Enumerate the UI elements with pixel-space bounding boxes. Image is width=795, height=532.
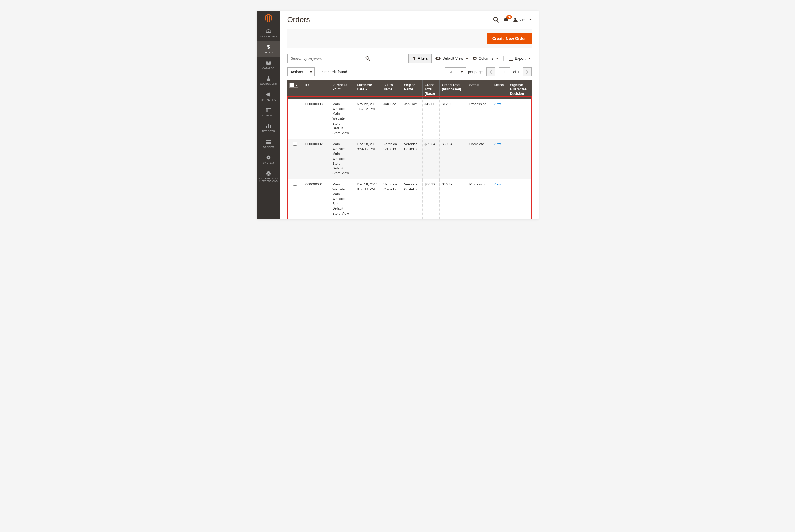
cell-grand-base: $39.64 — [423, 139, 440, 179]
view-link[interactable]: View — [493, 182, 501, 186]
gear-icon — [266, 155, 271, 160]
cell-purchase-point: Main Website Main Website Store Default … — [330, 139, 355, 179]
search-icon — [493, 17, 499, 23]
cell-signifyd — [508, 98, 532, 139]
col-ship-to[interactable]: Ship-to Name — [402, 80, 423, 98]
next-page-button[interactable] — [522, 68, 532, 76]
view-label: Default View — [442, 56, 463, 60]
sidebar-item-label: DASHBOARD — [260, 35, 277, 38]
export-control[interactable]: Export — [508, 56, 531, 60]
sidebar-item-marketing[interactable]: MARKETING — [257, 89, 280, 104]
store-icon — [266, 139, 271, 145]
page-size-select[interactable]: 20 — [445, 68, 466, 76]
view-bookmarks[interactable]: Default View — [434, 56, 469, 60]
export-icon — [509, 56, 513, 60]
sidebar-item-partners[interactable]: FIND PARTNERS & EXTENSIONS — [257, 168, 280, 186]
cell-status: Complete — [467, 139, 492, 179]
sidebar: DASHBOARD $ SALES CATALOG CUSTOMERS MARK… — [257, 11, 280, 219]
megaphone-icon — [266, 92, 271, 97]
col-action[interactable]: Action — [491, 80, 508, 98]
page-title: Orders — [287, 15, 493, 24]
col-bill-to[interactable]: Bill-to Name — [381, 80, 402, 98]
svg-rect-8 — [270, 125, 271, 128]
topbar: Orders 28 Admin — [280, 11, 538, 26]
grid-body: 000000003 Main Website Main Website Stor… — [287, 98, 532, 219]
col-select[interactable] — [287, 80, 303, 98]
table-row: 000000002 Main Website Main Website Stor… — [287, 139, 532, 179]
columns-control[interactable]: Columns — [472, 56, 499, 60]
caret-down-icon — [296, 85, 297, 86]
notifications[interactable]: 28 — [504, 17, 509, 22]
per-page-label: per page — [468, 70, 483, 74]
cell-purchase-point: Main Website Main Website Store Default … — [330, 179, 355, 219]
search-button[interactable] — [362, 56, 374, 61]
sidebar-item-catalog[interactable]: CATALOG — [257, 57, 280, 73]
sidebar-item-content[interactable]: CONTENT — [257, 104, 280, 120]
notif-badge: 28 — [506, 15, 512, 19]
sidebar-item-sales[interactable]: $ SALES — [257, 41, 280, 57]
page-input[interactable] — [499, 68, 510, 76]
sidebar-item-stores[interactable]: STORES — [257, 136, 280, 152]
funnel-icon — [412, 57, 416, 60]
cell-grand-base: $12.00 — [423, 98, 440, 139]
col-id[interactable]: ID — [303, 80, 330, 98]
cell-ship-to: Veronica Costello — [402, 139, 423, 179]
svg-point-9 — [494, 17, 497, 21]
row-checkbox[interactable] — [293, 142, 297, 146]
header-row: ID Purchase Point Purchase Date Bill-to … — [287, 80, 532, 98]
row-checkbox[interactable] — [293, 102, 297, 106]
create-order-button[interactable]: Create New Order — [487, 33, 532, 44]
sidebar-item-label: CATALOG — [262, 66, 275, 70]
cell-id: 000000001 — [303, 179, 330, 219]
page-size-value: 20 — [445, 70, 457, 74]
list-toolbar: Actions 3 records found 20 per page of 1 — [287, 68, 532, 76]
account-label: Admin — [519, 18, 529, 22]
cell-grand-purchased: $12.00 — [440, 98, 467, 139]
filters-label: Filters — [418, 56, 428, 60]
account-menu[interactable]: Admin — [513, 18, 532, 22]
cell-signifyd — [508, 179, 532, 219]
person-icon — [267, 76, 270, 81]
sidebar-item-reports[interactable]: REPORTS — [257, 120, 280, 136]
cell-bill-to: Jon Doe — [381, 98, 402, 139]
svg-text:$: $ — [267, 44, 270, 50]
sidebar-item-customers[interactable]: CUSTOMERS — [257, 73, 280, 89]
view-link[interactable]: View — [493, 142, 501, 146]
cell-status: Processing — [467, 98, 492, 139]
cell-grand-base: $36.39 — [423, 179, 440, 219]
actions-label: Actions — [288, 70, 306, 74]
sidebar-item-label: STORES — [263, 146, 274, 149]
sidebar-item-label: SALES — [264, 51, 273, 54]
prev-page-button[interactable] — [486, 68, 496, 76]
caret-down-icon — [529, 58, 531, 59]
dollar-icon: $ — [266, 44, 270, 50]
search-icon — [366, 56, 370, 61]
sidebar-item-system[interactable]: SYSTEM — [257, 152, 280, 167]
col-status[interactable]: Status — [467, 80, 492, 98]
cell-id: 000000002 — [303, 139, 330, 179]
mass-actions-select[interactable]: Actions — [287, 68, 315, 76]
sidebar-item-label: SYSTEM — [263, 161, 274, 164]
cell-ship-to: Jon Doe — [402, 98, 423, 139]
search-input[interactable] — [288, 56, 362, 60]
view-link[interactable]: View — [493, 102, 501, 106]
select-all-checkbox[interactable] — [290, 83, 298, 88]
cell-bill-to: Veronica Costello — [381, 179, 402, 219]
global-search[interactable] — [493, 17, 499, 23]
gauge-icon — [266, 29, 271, 34]
col-grand-total-base[interactable]: Grand Total (Base) — [423, 80, 440, 98]
svg-line-10 — [497, 20, 499, 22]
row-checkbox[interactable] — [293, 182, 297, 186]
action-bar: Create New Order — [287, 29, 532, 48]
col-grand-total-purchased[interactable]: Grand Total (Purchased) — [440, 80, 467, 98]
sidebar-item-dashboard[interactable]: DASHBOARD — [257, 25, 280, 41]
col-purchase-date[interactable]: Purchase Date — [355, 80, 381, 98]
svg-rect-5 — [266, 110, 267, 112]
svg-point-2 — [267, 76, 269, 78]
col-signifyd[interactable]: Signifyd Guarantee Decision — [508, 80, 532, 98]
filters-button[interactable]: Filters — [408, 54, 432, 63]
svg-rect-4 — [266, 108, 271, 110]
cell-grand-purchased: $36.39 — [440, 179, 467, 219]
col-purchase-point[interactable]: Purchase Point — [330, 80, 355, 98]
magento-logo[interactable] — [257, 11, 280, 25]
